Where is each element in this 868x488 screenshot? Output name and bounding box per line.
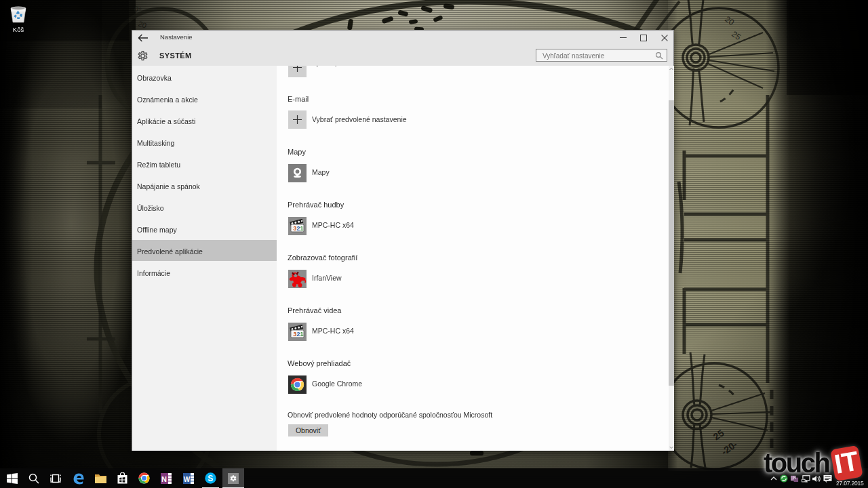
svg-text:W: W [184, 476, 191, 483]
svg-text:1: 1 [300, 331, 304, 338]
svg-text:N: N [161, 475, 167, 483]
svg-text:N: N [793, 476, 796, 480]
svg-text:S: S [208, 474, 213, 483]
svg-text:1: 1 [300, 225, 304, 232]
